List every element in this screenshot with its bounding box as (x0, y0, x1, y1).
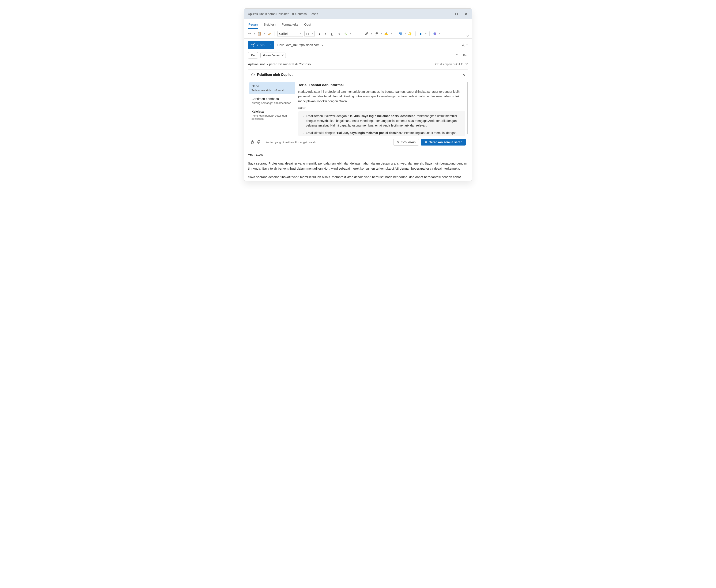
svg-rect-7 (400, 34, 401, 35)
chevron-down-icon: ▾ (299, 33, 301, 35)
sparkle-button[interactable]: ✨ (407, 31, 413, 37)
italic-button[interactable]: I (323, 31, 328, 37)
recipient-name: Gwen Jones (263, 54, 280, 57)
highlight-button[interactable]: ✎ (343, 31, 349, 37)
svg-rect-5 (400, 33, 401, 34)
ai-disclaimer: Konten yang dihasilkan AI mungkin salah (266, 141, 316, 144)
copilot-close-button[interactable] (462, 73, 465, 76)
more-formatting-button[interactable]: ⋯ (353, 31, 358, 37)
chevron-down-icon[interactable]: ▾ (439, 33, 441, 35)
to-button[interactable]: Ke (248, 52, 258, 59)
link-button[interactable] (374, 31, 379, 37)
apply-all-label: Terapkan semua saran (429, 141, 462, 144)
from-prefix: Dari: (277, 43, 284, 47)
send-options-dropdown[interactable] (268, 41, 274, 49)
apply-all-button[interactable]: Terapkan semua saran (421, 139, 466, 146)
tab-format-teks[interactable]: Format teks (281, 21, 299, 29)
from-field[interactable]: Dari: katri_0487@outlook.com (277, 43, 323, 47)
tab-sisipkan[interactable]: Sisipkan (263, 21, 276, 29)
ribbon-expand-button[interactable] (466, 35, 469, 37)
from-email: katri_0487@outlook.com (286, 43, 320, 47)
send-row: Kirim Dari: katri_0487@outlook.com (244, 39, 472, 49)
svg-rect-4 (399, 33, 400, 34)
underline-button[interactable]: U (330, 31, 335, 37)
cc-button[interactable]: Cc (456, 54, 459, 57)
sidebar-item-nada[interactable]: Nada Terlalu santai dan informal (249, 82, 295, 94)
font-size-select[interactable]: 11 ▾ (304, 31, 315, 37)
email-body[interactable]: Yth. Gwen, Saya seorang Profesional desa… (244, 148, 472, 181)
window-title: Aplikasi untuk peran Desainer II di Cont… (248, 12, 318, 16)
sidebar-item-subtitle: Perlu lebih banyak detail dan spesifikas… (252, 114, 293, 120)
zoom-control[interactable] (462, 43, 468, 47)
suggestion-item: Email tersebut diawali dengan "Hai Jun, … (306, 113, 462, 128)
copilot-paragraph: Nada Anda saat ini profesional dan menun… (298, 89, 465, 104)
copilot-card: Pelatihan oleh Copilot Nada Terlalu sant… (247, 69, 469, 148)
draft-status: Draf disimpan pukul 11.00 (434, 63, 468, 66)
sidebar-item-sentimen[interactable]: Sentimen pembaca Kurang semangat dan kec… (249, 95, 295, 107)
sidebar-item-title: Kejelasan (252, 110, 293, 113)
thumbs-up-button[interactable] (250, 140, 254, 144)
copilot-ribbon-button[interactable] (432, 31, 438, 37)
copilot-heading: Terlalu santai dan informal (298, 83, 465, 87)
svg-line-10 (464, 45, 465, 46)
font-name-select[interactable]: Calibri ▾ (277, 31, 303, 37)
tab-pesan[interactable]: Pesan (248, 21, 258, 29)
body-paragraph: Saya seorang Profesional desainer yang m… (248, 161, 468, 171)
bold-button[interactable]: B (316, 31, 321, 37)
attach-button[interactable] (364, 31, 369, 37)
sidebar-item-kejelasan[interactable]: Kejelasan Perlu lebih banyak detail dan … (249, 107, 295, 123)
font-size-value: 11 (306, 32, 309, 36)
font-name-value: Calibri (279, 32, 288, 36)
apps-button[interactable] (398, 31, 403, 37)
signature-button[interactable]: ✍ (383, 31, 389, 37)
chevron-down-icon[interactable]: ▾ (425, 33, 427, 35)
chevron-down-icon[interactable]: ▾ (253, 33, 255, 35)
chevron-down-icon[interactable]: ▾ (390, 33, 392, 35)
undo-button[interactable]: ↶ (247, 31, 252, 37)
customize-button[interactable]: Sesuaikan (393, 139, 419, 146)
copilot-scrollbar[interactable] (467, 82, 468, 134)
svg-rect-1 (456, 13, 458, 15)
thumbs-down-button[interactable] (257, 140, 261, 144)
ribbon: ↶▾ 📋▾ 🖌 Calibri ▾ 11 ▾ B I U S ✎▾ ⋯ ▾ ▾ … (244, 29, 472, 39)
strikethrough-button[interactable]: S (336, 31, 342, 37)
chevron-down-icon[interactable]: ▾ (264, 33, 265, 35)
remove-recipient-icon[interactable]: ✕ (281, 54, 284, 57)
bcc-button[interactable]: Bcc (463, 54, 468, 57)
copilot-hat-icon (251, 73, 255, 77)
minimize-button[interactable] (442, 9, 451, 19)
svg-point-18 (398, 142, 399, 143)
chevron-down-icon[interactable]: ▾ (350, 33, 352, 35)
customize-label: Sesuaikan (401, 141, 416, 144)
body-paragraph: Saya seorang desainer inovatif yang memi… (248, 174, 468, 178)
suggestions-label: Saran (298, 106, 465, 109)
svg-point-8 (434, 32, 436, 35)
suggestion-item: Email dimulai dengan "Hai Jun, saya ingi… (306, 130, 462, 135)
subject-row: Aplikasi untuk peran Desainer II di Cont… (244, 61, 472, 69)
suggestions-box: Email tersebut diawali dengan "Hai Jun, … (298, 111, 465, 136)
titlebar: Aplikasi untuk peran Desainer II di Cont… (244, 9, 472, 19)
sidebar-item-title: Nada (252, 84, 293, 88)
recipient-chip[interactable]: Gwen Jones ✕ (260, 52, 286, 58)
format-painter-button[interactable]: 🖌 (267, 31, 272, 37)
copilot-header: Pelatihan oleh Copilot (247, 70, 469, 80)
svg-rect-6 (399, 34, 400, 35)
svg-point-16 (397, 141, 398, 142)
maximize-button[interactable] (451, 9, 461, 19)
tab-opsi[interactable]: Opsi (304, 21, 311, 29)
body-paragraph: Yth. Gwen, (248, 152, 468, 158)
send-button[interactable]: Kirim (248, 41, 274, 49)
chevron-down-icon[interactable]: ▾ (404, 33, 406, 35)
chevron-down-icon[interactable]: ▾ (380, 33, 382, 35)
paste-button[interactable]: 📋 (257, 31, 262, 37)
to-row: Ke Gwen Jones ✕ Cc Bcc (244, 49, 472, 61)
chevron-down-icon[interactable]: ▾ (371, 33, 372, 35)
immersive-button[interactable]: ◐ (418, 31, 424, 37)
copilot-footer: Konten yang dihasilkan AI mungkin salah … (247, 136, 469, 148)
close-button[interactable] (461, 9, 471, 19)
more-button[interactable]: ⋯ (442, 31, 447, 37)
window-controls (442, 9, 471, 19)
compose-window: Aplikasi untuk peran Desainer II di Cont… (244, 8, 472, 181)
subject-input[interactable]: Aplikasi untuk peran Desainer II di Cont… (248, 62, 311, 66)
copilot-main: Terlalu santai dan informal Nada Anda sa… (297, 80, 469, 136)
